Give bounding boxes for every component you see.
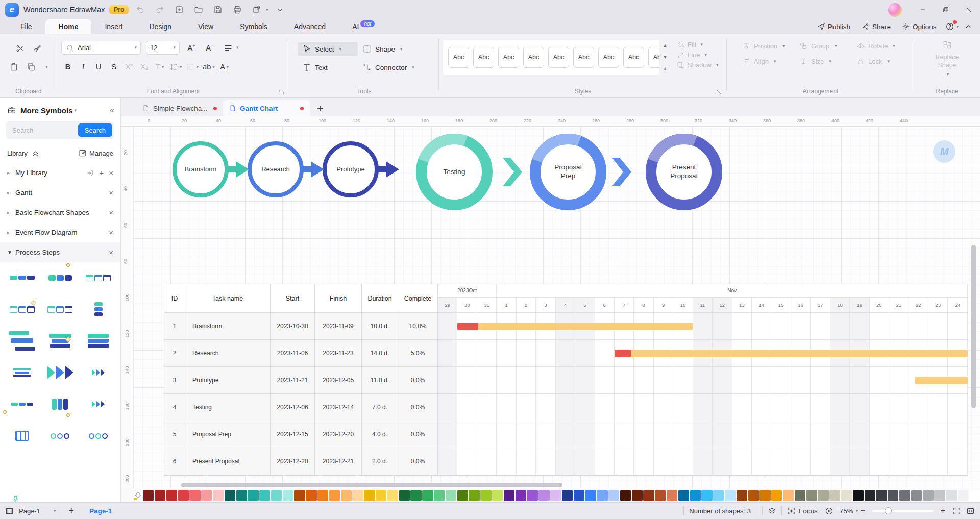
gantt-cell[interactable]: Prototype [185, 367, 271, 394]
color-swatch[interactable] [376, 490, 386, 501]
menu-advanced[interactable]: Advanced [281, 19, 339, 34]
gantt-cell[interactable]: 0.0% [398, 421, 438, 448]
color-swatch[interactable] [329, 490, 340, 501]
flow-chevron-icon[interactable] [503, 158, 522, 186]
color-swatch[interactable] [771, 490, 782, 501]
gantt-cell[interactable]: 2023-12-06 [271, 394, 315, 421]
color-swatch[interactable] [795, 490, 805, 501]
color-swatch[interactable] [387, 490, 398, 501]
triangle-right-icon[interactable]: ▸ [7, 170, 15, 176]
font-family-select[interactable]: Arial▾ [61, 41, 141, 55]
color-swatch[interactable] [283, 490, 293, 501]
paste-button[interactable] [9, 62, 18, 71]
symbol-thumbnail-big-chevrons[interactable] [41, 362, 80, 383]
zoom-slider[interactable] [872, 510, 934, 512]
color-swatch[interactable] [294, 490, 305, 501]
gantt-cell[interactable]: 5 [164, 421, 185, 448]
color-swatch[interactable] [352, 490, 363, 501]
collapse-all-icon[interactable] [31, 149, 40, 158]
symbol-thumbnail-circles-chain2[interactable] [79, 426, 117, 446]
close-icon[interactable]: × [109, 209, 113, 216]
close-icon[interactable]: × [109, 249, 113, 256]
style-preset-3[interactable]: Abc [498, 47, 519, 68]
fullscreen-icon[interactable] [952, 507, 961, 515]
gantt-cell[interactable]: 2.0 d. [362, 448, 398, 475]
color-swatch[interactable] [341, 490, 352, 501]
user-avatar[interactable] [888, 3, 902, 17]
zoom-out-button[interactable]: − [858, 506, 867, 515]
format-a-button[interactable]: A▾ [218, 61, 231, 73]
gantt-cell[interactable]: 10.0% [398, 313, 438, 340]
gantt-cell[interactable]: 2023-12-20 [315, 421, 362, 448]
replace-shape-button[interactable]: Replace Shape ▾ [927, 40, 968, 77]
manage-button[interactable]: Manage [78, 149, 113, 158]
format-ab-button[interactable]: ab▾ [202, 61, 216, 73]
format-linespace-button[interactable]: ▾ [168, 61, 183, 73]
tab-gantt-chart[interactable]: Gantt Chart [223, 100, 310, 116]
color-swatch[interactable] [480, 490, 491, 501]
color-swatch[interactable] [655, 490, 666, 501]
color-swatch[interactable] [911, 490, 922, 501]
color-swatch[interactable] [829, 490, 840, 501]
focus-icon[interactable] [787, 507, 796, 515]
gantt-cell[interactable]: 0.0% [398, 394, 438, 421]
menu-design[interactable]: Design [136, 19, 185, 34]
collapse-ribbon-button[interactable] [964, 22, 973, 31]
gantt-cell[interactable]: 2023-12-15 [271, 421, 315, 448]
options-button[interactable]: Options [898, 21, 941, 32]
color-swatch[interactable] [446, 490, 456, 501]
sidebar-title-caret-icon[interactable]: ▾ [75, 108, 77, 113]
color-swatch[interactable] [865, 490, 875, 501]
rotate-button[interactable]: Rotate▾ [856, 42, 914, 50]
sidebar-title[interactable]: More Symbols [20, 106, 73, 115]
size-button[interactable]: Size▾ [799, 57, 856, 65]
shape-tool[interactable]: Shape▾ [358, 42, 439, 56]
flow-arrow-icon[interactable] [302, 160, 324, 179]
color-swatch[interactable] [306, 490, 316, 501]
layers-icon[interactable] [768, 507, 776, 515]
color-swatch[interactable] [934, 490, 945, 501]
new-tab-button[interactable]: + [310, 101, 330, 116]
gantt-cell[interactable]: 2023-12-14 [315, 394, 362, 421]
gantt-cell[interactable]: Research [185, 340, 271, 367]
color-swatch[interactable] [888, 490, 898, 501]
flow-arrow-icon[interactable] [227, 160, 249, 179]
lock-button[interactable]: Lock▾ [856, 57, 914, 65]
color-swatch[interactable] [225, 490, 235, 501]
flow-step-research[interactable]: Research [248, 141, 304, 197]
copy-button[interactable] [27, 62, 36, 71]
sidebar-item-process-steps[interactable]: ▼Process Steps× [0, 242, 120, 262]
symbol-thumbnail-tiny-chevrons[interactable] [79, 394, 117, 414]
color-swatch[interactable] [958, 490, 968, 501]
line-button[interactable]: Line▾ [677, 51, 719, 59]
color-swatch[interactable] [189, 490, 200, 501]
color-swatch[interactable] [155, 490, 165, 501]
format-b-button[interactable]: B [61, 61, 75, 73]
color-swatch[interactable] [259, 490, 270, 501]
color-swatch[interactable] [562, 490, 573, 501]
color-swatch[interactable] [899, 490, 910, 501]
color-swatch[interactable] [469, 490, 479, 501]
flow-step-testing[interactable]: Testing [416, 134, 493, 210]
font-size-select[interactable]: 12▾ [146, 41, 180, 55]
color-swatch[interactable] [504, 490, 514, 501]
active-page-tab[interactable]: Page-1 [89, 507, 112, 515]
color-swatch[interactable] [492, 490, 503, 501]
color-swatch[interactable] [620, 490, 631, 501]
style-preset-6[interactable]: Abc [573, 47, 594, 68]
format-u-button[interactable]: U [92, 61, 105, 73]
gantt-cell[interactable]: 10.0 d. [362, 313, 398, 340]
menu-symbols[interactable]: Symbols [227, 19, 281, 34]
gantt-cell[interactable]: 4.0 d. [362, 421, 398, 448]
format-t-button[interactable]: T▾ [153, 61, 166, 73]
menu-insert[interactable]: Insert [91, 19, 136, 34]
style-preset-2[interactable]: Abc [473, 47, 494, 68]
color-swatch[interactable] [690, 490, 701, 501]
flow-step-proposal-prep[interactable]: Proposal Prep [530, 134, 606, 210]
gantt-cell[interactable]: 0.0% [398, 448, 438, 475]
close-icon[interactable]: × [109, 169, 113, 177]
style-preset-7[interactable]: Abc [598, 47, 619, 68]
color-swatch[interactable] [585, 490, 596, 501]
color-swatch[interactable] [923, 490, 934, 501]
symbol-thumbnail-stair-bars[interactable] [3, 331, 41, 351]
